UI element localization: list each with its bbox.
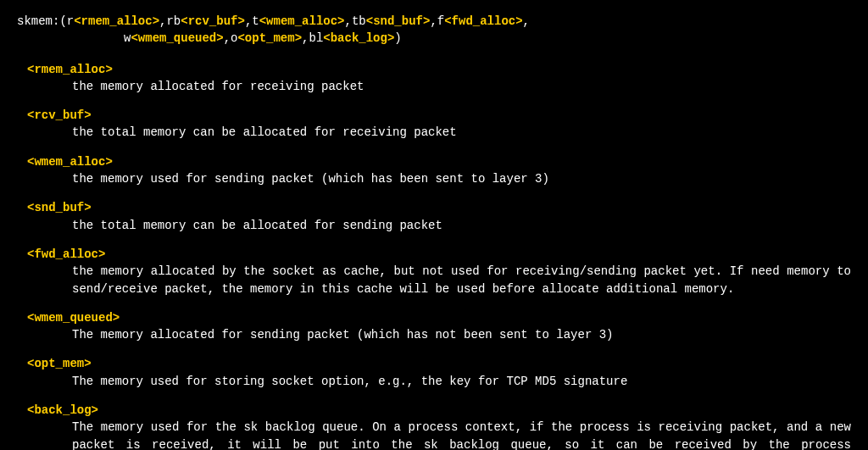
term-rcv-buf: <rcv_buf> <box>17 107 851 124</box>
definition-entry: <back_log> The memory used for the sk ba… <box>17 402 851 450</box>
term-back-log: <back_log> <box>17 402 851 419</box>
definition-text: the memory allocated for receiving packe… <box>17 78 851 95</box>
definition-entry: <wmem_alloc> the memory used for sending… <box>17 153 851 188</box>
term-wmem-alloc: <wmem_alloc> <box>17 153 851 170</box>
param-rmem-alloc: <rmem_alloc> <box>74 14 159 28</box>
skmem-prefix: skmem:(r <box>17 14 74 28</box>
definition-text: the memory used for sending packet (whic… <box>17 170 851 187</box>
definition-text: The memory allocated for sending packet … <box>17 326 851 343</box>
skmem-format-header: skmem:(r<rmem_alloc>,rb<rcv_buf>,t<wmem_… <box>17 13 851 47</box>
definition-text: the memory allocated by the socket as ca… <box>17 263 851 297</box>
param-opt-mem: <opt_mem> <box>237 31 302 45</box>
definition-entry: <rcv_buf> the total memory can be alloca… <box>17 107 851 142</box>
param-wmem-queued: <wmem_queued> <box>131 31 223 45</box>
definition-entry: <snd_buf> the total memory can be alloca… <box>17 199 851 234</box>
param-wmem-alloc: <wmem_alloc> <box>259 14 345 28</box>
term-snd-buf: <snd_buf> <box>17 199 851 216</box>
param-snd-buf: <snd_buf> <box>366 14 431 28</box>
definition-entry: <wmem_queued> The memory allocated for s… <box>17 309 851 344</box>
definition-text: the total memory can be allocated for se… <box>17 217 851 234</box>
definition-entry: <rmem_alloc> the memory allocated for re… <box>17 61 851 96</box>
term-fwd-alloc: <fwd_alloc> <box>17 246 851 263</box>
definition-text: the total memory can be allocated for re… <box>17 124 851 141</box>
definition-entry: <fwd_alloc> the memory allocated by the … <box>17 246 851 297</box>
definition-text: The memory used for storing socket optio… <box>17 373 851 390</box>
term-wmem-queued: <wmem_queued> <box>17 309 851 326</box>
term-opt-mem: <opt_mem> <box>17 355 851 372</box>
param-fwd-alloc: <fwd_alloc> <box>444 14 522 28</box>
term-rmem-alloc: <rmem_alloc> <box>17 61 851 78</box>
param-rcv-buf: <rcv_buf> <box>181 14 245 28</box>
param-back-log: <back_log> <box>323 31 394 45</box>
definition-entry: <opt_mem> The memory used for storing so… <box>17 355 851 390</box>
definition-text: The memory used for the sk backlog queue… <box>17 419 851 450</box>
